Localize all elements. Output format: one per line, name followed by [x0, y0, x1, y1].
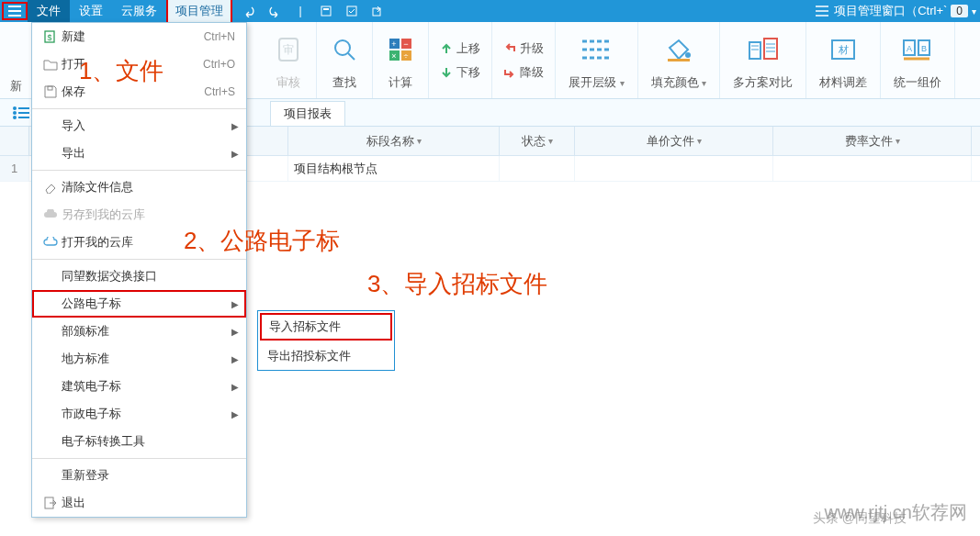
- menu-relogin[interactable]: 重新登录: [32, 462, 246, 489]
- search-button[interactable]: 查找: [317, 22, 373, 98]
- menu-settings[interactable]: 设置: [70, 0, 112, 22]
- window-count: 0: [951, 5, 968, 17]
- menu-new-label: 新建: [62, 28, 204, 45]
- svg-text:$: $: [47, 33, 51, 42]
- redo-icon[interactable]: [264, 0, 286, 22]
- promote-icon: [503, 42, 516, 55]
- promote-button[interactable]: 升级: [503, 40, 544, 57]
- row-number: 1: [0, 156, 29, 181]
- menu-building-ebid[interactable]: 建筑电子标▶: [32, 373, 246, 400]
- fill-color-button[interactable]: 填充颜色 ▾: [638, 22, 721, 98]
- group-button[interactable]: AB 统一组价: [881, 22, 955, 98]
- checkbox-icon[interactable]: [341, 0, 363, 22]
- chevron-right-icon: ▶: [231, 382, 239, 392]
- menu-clear[interactable]: 清除文件信息: [32, 173, 246, 201]
- svg-point-26: [13, 111, 17, 115]
- save-icon: [39, 85, 62, 98]
- menu-exit[interactable]: 退出: [32, 489, 246, 517]
- list-icon: [816, 6, 828, 17]
- group-icon: AB: [902, 26, 933, 73]
- svg-text:B: B: [921, 44, 927, 53]
- list-view-icon[interactable]: [13, 106, 31, 119]
- audit-button[interactable]: 审 审核: [261, 22, 317, 98]
- cloud-up-icon: [39, 209, 62, 220]
- svg-rect-17: [749, 42, 760, 59]
- menu-ebid-tool[interactable]: 电子标转换工具: [32, 428, 246, 455]
- annotation-3: 3、导入招标文件: [367, 268, 547, 300]
- move-up-label: 上移: [456, 40, 480, 57]
- sort-icon: ▾: [548, 136, 553, 146]
- menu-local[interactable]: 地方标准▶: [32, 345, 246, 373]
- chevron-right-icon: ▶: [231, 327, 239, 337]
- search-icon: [330, 26, 359, 73]
- menu-export[interactable]: 导出▶: [32, 140, 246, 167]
- chevron-right-icon: ▶: [231, 121, 239, 131]
- eraser-icon: [39, 181, 62, 194]
- move-down-button[interactable]: 下移: [440, 64, 480, 81]
- folder-open-icon: [39, 58, 62, 71]
- svg-text:×: ×: [391, 51, 396, 61]
- svg-point-25: [13, 106, 17, 110]
- chevron-right-icon: ▶: [231, 299, 239, 309]
- calculator-icon[interactable]: [315, 0, 337, 22]
- menu-save-cloud: 另存到我的云库: [32, 201, 246, 229]
- expand-button[interactable]: 展开层级 ▾: [556, 22, 638, 98]
- menu-file[interactable]: 文件: [28, 0, 70, 22]
- sort-icon: ▾: [697, 136, 702, 146]
- expand-label: 展开层级: [569, 75, 616, 89]
- svg-point-15: [685, 52, 691, 58]
- svg-rect-0: [321, 6, 331, 16]
- svg-point-27: [13, 116, 17, 119]
- chevron-down-icon: ▾: [702, 78, 706, 88]
- audit-label: 审核: [276, 74, 300, 95]
- menu-ministry[interactable]: 部颁标准▶: [32, 318, 246, 345]
- right-label-text: 项目管理窗口（Ctrl+`: [834, 3, 947, 19]
- export-icon[interactable]: [366, 0, 389, 22]
- expand-icon: [580, 26, 612, 73]
- th-section-name[interactable]: 标段名称▾: [288, 127, 500, 155]
- menu-highway-label: 公路电子标: [62, 296, 228, 312]
- window-switcher[interactable]: 项目管理窗口（Ctrl+` 0 ▾: [816, 3, 980, 19]
- menu-open-cloud[interactable]: 打开我的云库: [32, 229, 246, 256]
- cell-rate: [773, 156, 972, 181]
- arrow-up-icon: [440, 42, 453, 55]
- menu-save[interactable]: 保存 Ctrl+S: [32, 78, 246, 106]
- tab-report[interactable]: 项目报表: [270, 101, 345, 126]
- compare-label: 多方案对比: [733, 74, 793, 95]
- menu-open-cloud-label: 打开我的云库: [62, 234, 239, 251]
- menu-cloud[interactable]: 云服务: [112, 0, 166, 22]
- menu-local-label: 地方标准: [62, 351, 228, 367]
- svg-rect-2: [347, 6, 356, 16]
- menu-new[interactable]: $ 新建 Ctrl+N: [32, 23, 246, 50]
- move-up-button[interactable]: 上移: [440, 40, 480, 57]
- demote-label: 降级: [520, 64, 544, 81]
- move-down-label: 下移: [456, 64, 480, 81]
- demote-button[interactable]: 降级: [503, 64, 544, 81]
- menu-municipal-label: 市政电子标: [62, 406, 228, 422]
- svg-rect-16: [668, 59, 690, 61]
- search-label: 查找: [332, 74, 356, 95]
- th-rate[interactable]: 费率文件▾: [773, 127, 972, 155]
- menu-save-label: 保存: [62, 84, 204, 100]
- material-button[interactable]: 材 材料调差: [806, 22, 881, 98]
- compare-button[interactable]: 多方案对比: [720, 22, 806, 98]
- th-status[interactable]: 状态▾: [500, 127, 575, 155]
- menu-tw-exchange[interactable]: 同望数据交换接口: [32, 262, 246, 290]
- app-menu-icon[interactable]: [2, 2, 28, 20]
- calc-button[interactable]: +−×÷ 计算: [373, 22, 429, 98]
- menu-import[interactable]: 导入▶: [32, 112, 246, 140]
- submenu-import-bid[interactable]: 导入招标文件: [260, 313, 392, 341]
- menu-open-label: 打开: [62, 56, 203, 73]
- submenu-export-bid[interactable]: 导出招投标文件: [258, 342, 394, 370]
- file-menu-dropdown: $ 新建 Ctrl+N 打开 Ctrl+O 保存 Ctrl+S 导入▶ 导出▶ …: [31, 22, 247, 518]
- th-unitprice[interactable]: 单价文件▾: [575, 127, 773, 155]
- undo-icon[interactable]: [238, 0, 260, 22]
- menu-municipal-ebid[interactable]: 市政电子标▶: [32, 400, 246, 428]
- bucket-icon: [664, 26, 693, 73]
- menu-new-shortcut: Ctrl+N: [204, 30, 235, 43]
- menu-open[interactable]: 打开 Ctrl+O: [32, 50, 246, 78]
- menu-project[interactable]: 项目管理: [166, 0, 232, 24]
- menu-highway-ebid[interactable]: 公路电子标▶: [32, 290, 246, 318]
- th-rownum: [0, 127, 29, 155]
- svg-text:−: −: [403, 39, 408, 49]
